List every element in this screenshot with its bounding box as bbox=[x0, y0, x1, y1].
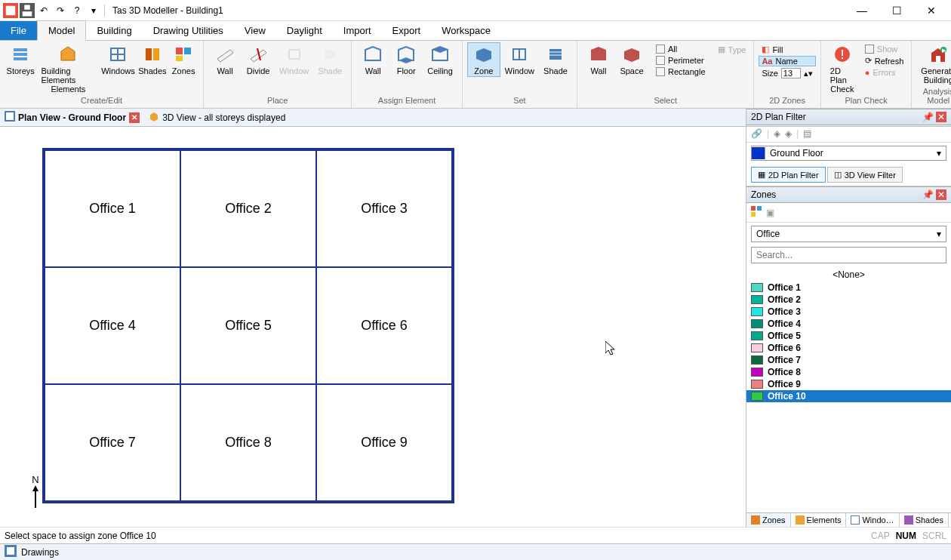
zones-button[interactable]: Zones bbox=[168, 42, 199, 77]
tab-view[interactable]: View bbox=[234, 21, 276, 40]
plan-check-button[interactable]: 2D PlanCheck bbox=[826, 42, 859, 95]
zone-cell[interactable]: Office 1 bbox=[45, 150, 180, 267]
viewtab-3d[interactable]: 3D View - all storeys displayed bbox=[144, 109, 290, 125]
sbt-zones[interactable]: Zones bbox=[746, 513, 791, 527]
zone-list-item[interactable]: Office 3 bbox=[746, 306, 951, 318]
zone-type-input[interactable] bbox=[752, 226, 932, 242]
svg-rect-5 bbox=[14, 48, 27, 51]
close-panel-icon[interactable]: ✕ bbox=[936, 112, 946, 122]
zone-cell[interactable]: Office 5 bbox=[180, 267, 316, 384]
set-window-button[interactable]: Window bbox=[500, 42, 539, 77]
zone-cell[interactable]: Office 3 bbox=[316, 150, 452, 267]
assign-wall-button[interactable]: Wall bbox=[356, 42, 389, 77]
tool-icon[interactable]: ▤ bbox=[803, 128, 811, 139]
tab-file[interactable]: File bbox=[0, 21, 37, 40]
select-all-check[interactable]: All bbox=[653, 44, 709, 54]
zone-cell[interactable]: Office 8 bbox=[180, 384, 316, 501]
footer-label[interactable]: Drawings bbox=[21, 547, 59, 558]
zone-none-item[interactable]: <None> bbox=[746, 268, 951, 282]
windows-button[interactable]: Windows bbox=[100, 42, 136, 77]
select-wall-button[interactable]: Wall bbox=[582, 42, 615, 77]
zone-list-item[interactable]: Office 7 bbox=[746, 354, 951, 366]
zone-cell[interactable]: Office 4 bbox=[45, 267, 180, 384]
tool-icon[interactable]: ◈ bbox=[774, 128, 780, 139]
viewtab-plan[interactable]: Plan View - Ground Floor ✕ bbox=[0, 109, 144, 125]
close-panel-icon[interactable]: ✕ bbox=[936, 189, 946, 200]
zone-list-item[interactable]: Office 10 bbox=[746, 390, 951, 402]
storeys-button[interactable]: Storeys bbox=[5, 42, 36, 77]
floor-selector[interactable]: ▾ bbox=[751, 146, 946, 161]
tab-daylight[interactable]: Daylight bbox=[276, 21, 333, 40]
zone-list-item[interactable]: Office 8 bbox=[746, 366, 951, 378]
zones-tool-icon[interactable]: ▣ bbox=[766, 208, 774, 218]
sbt-elements[interactable]: Elements bbox=[791, 513, 847, 527]
zone-list-item[interactable]: Office 2 bbox=[746, 294, 951, 306]
zone-type-selector[interactable]: ▾ bbox=[751, 226, 946, 242]
place-divide-button[interactable]: Divide bbox=[242, 42, 275, 77]
svg-rect-48 bbox=[751, 206, 756, 211]
group-select: Wall Space All Perimeter Rectangle ▦Type… bbox=[577, 41, 754, 108]
select-perimeter-check[interactable]: Perimeter bbox=[653, 55, 709, 66]
sbt-shades[interactable]: Shades bbox=[900, 513, 949, 527]
svg-marker-34 bbox=[624, 48, 639, 62]
shade-icon bbox=[318, 44, 342, 65]
search-input[interactable] bbox=[752, 248, 946, 263]
stepper-icon[interactable]: ▴▾ bbox=[804, 69, 813, 78]
zone-list-item[interactable]: Office 6 bbox=[746, 342, 951, 354]
maximize-button[interactable]: ☐ bbox=[886, 3, 907, 18]
building-elements-button[interactable]: Building ElementsElements bbox=[36, 42, 100, 95]
redo-icon[interactable]: ↷ bbox=[53, 3, 68, 18]
chevron-down-icon[interactable]: ▾ bbox=[932, 148, 946, 158]
zone-list-item[interactable]: Office 5 bbox=[746, 330, 951, 342]
floor-select-input[interactable] bbox=[765, 146, 932, 160]
pin-icon[interactable]: 📌 bbox=[922, 189, 933, 200]
shades-button[interactable]: Shades bbox=[137, 42, 168, 77]
link-icon[interactable]: 🔗 bbox=[751, 128, 762, 139]
tab-2d-plan-filter[interactable]: ▦2D Plan Filter bbox=[751, 167, 826, 183]
tab-export[interactable]: Export bbox=[382, 21, 432, 40]
select-rectangle-check[interactable]: Rectangle bbox=[653, 66, 709, 77]
help-icon[interactable]: ? bbox=[69, 3, 85, 18]
close-button[interactable]: ✕ bbox=[921, 3, 942, 18]
tab-model[interactable]: Model bbox=[37, 20, 86, 41]
pin-icon[interactable]: 📌 bbox=[922, 112, 933, 122]
zone-size-input[interactable] bbox=[781, 68, 801, 78]
select-space-button[interactable]: Space bbox=[615, 42, 648, 77]
tab-import[interactable]: Import bbox=[333, 21, 382, 40]
tab-drawing-utilities[interactable]: Drawing Utilities bbox=[143, 21, 234, 40]
drawings-icon[interactable] bbox=[5, 545, 17, 559]
set-shade-button[interactable]: Shade bbox=[539, 42, 572, 77]
zone-list-item[interactable]: Office 9 bbox=[746, 378, 951, 390]
assign-ceiling-button[interactable]: Ceiling bbox=[423, 42, 457, 77]
qat-dropdown-icon[interactable]: ▾ bbox=[86, 3, 101, 18]
app-icon[interactable] bbox=[3, 3, 18, 18]
generate-building-button[interactable]: ▶GenerateBuilding bbox=[916, 42, 951, 86]
tool-icon[interactable]: ◈ bbox=[785, 128, 792, 139]
zone-size-field[interactable]: Size▴▾ bbox=[759, 67, 815, 79]
zone-cell[interactable]: Office 6 bbox=[316, 267, 452, 384]
name-toggle[interactable]: AaName bbox=[759, 56, 815, 66]
zone-list-item[interactable]: Office 1 bbox=[746, 282, 951, 294]
minimize-button[interactable]: — bbox=[851, 3, 873, 18]
tab-workspace[interactable]: Workspace bbox=[431, 21, 501, 40]
zone-cell[interactable]: Office 2 bbox=[180, 150, 316, 267]
zone-cell[interactable]: Office 7 bbox=[45, 384, 180, 501]
plan-view-canvas[interactable]: Office 1 Office 2 Office 3 Office 4 Offi… bbox=[0, 127, 746, 527]
place-wall-button[interactable]: Wall bbox=[208, 42, 242, 77]
close-tab-icon[interactable]: ✕ bbox=[129, 112, 140, 123]
refresh-button[interactable]: ⟳Refresh bbox=[862, 55, 907, 66]
assign-floor-button[interactable]: Floor bbox=[389, 42, 423, 77]
fill-toggle[interactable]: ◧Fill bbox=[759, 44, 815, 55]
set-zone-button[interactable]: Zone bbox=[467, 42, 500, 77]
undo-icon[interactable]: ↶ bbox=[36, 3, 51, 18]
tab-3d-view-filter[interactable]: ◫3D View Filter bbox=[827, 167, 903, 183]
chevron-down-icon[interactable]: ▾ bbox=[932, 229, 946, 239]
zones-tool-icon[interactable] bbox=[751, 206, 762, 219]
zone-list-item[interactable]: Office 4 bbox=[746, 318, 951, 330]
side-panels: 2D Plan Filter 📌✕ 🔗 | ◈ ◈ | ▤ ▾ ▦2D Plan… bbox=[746, 109, 951, 527]
zone-search[interactable] bbox=[751, 247, 946, 263]
save-icon[interactable] bbox=[20, 3, 35, 18]
sbt-windows[interactable]: Windo… bbox=[846, 513, 899, 527]
tab-building[interactable]: Building bbox=[86, 21, 142, 40]
zone-cell[interactable]: Office 9 bbox=[316, 384, 452, 501]
